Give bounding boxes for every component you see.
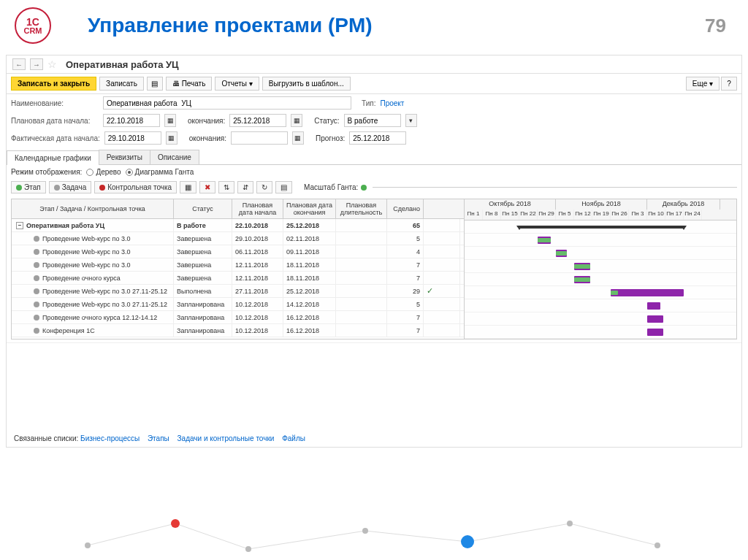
add-milestone-button[interactable]: Контрольная точка (94, 181, 177, 193)
dropdown-icon[interactable]: ▾ (405, 114, 417, 127)
table-row[interactable]: Проведение Web-курс по 3.0 27.11-25.12За… (12, 298, 464, 311)
fact-start-label: Фактическая дата начала: (11, 134, 100, 142)
link-processes[interactable]: Бизнес-процессы (80, 434, 140, 442)
back-button[interactable]: ← (12, 58, 26, 70)
task-dot-icon (34, 315, 39, 321)
tool-button[interactable]: ⇅ (218, 181, 234, 193)
logo-1c-crm: 1C CRM (15, 7, 51, 44)
gantt-row (465, 234, 736, 247)
table-row[interactable]: Проведение очного курсаЗавершена12.11.20… (12, 272, 464, 285)
gantt-bar[interactable] (574, 264, 590, 269)
gantt-bar[interactable] (538, 238, 551, 242)
gantt-day-header: Пн 26 (611, 210, 629, 220)
gantt-row (465, 299, 736, 312)
calendar-icon[interactable]: ▦ (166, 131, 178, 145)
scale-slider-handle[interactable] (361, 185, 367, 191)
type-label: Тип: (362, 99, 375, 107)
gantt-bar[interactable] (647, 329, 663, 336)
gantt-bar[interactable] (647, 315, 663, 323)
related-label: Связанные списки: (14, 434, 78, 442)
tab-calendar[interactable]: Календарные графики (7, 150, 99, 165)
cell-dur (336, 245, 387, 258)
star-icon[interactable]: ☆ (47, 58, 57, 70)
gantt-bar[interactable] (574, 277, 590, 282)
tab-desc[interactable]: Описание (150, 150, 199, 164)
table-row[interactable]: Проведение Web-курс по 3.0 27.11-25.12Вы… (12, 285, 464, 298)
add-task-button[interactable]: Задача (49, 181, 92, 193)
save-button[interactable]: Записать (99, 77, 144, 91)
print-button[interactable]: 🖶 Печать (166, 77, 213, 91)
export-button[interactable]: Выгрузить в шаблон... (262, 77, 351, 91)
link-tasks[interactable]: Задачи и контрольные точки (178, 434, 275, 442)
cell-done: 7 (387, 311, 424, 323)
table-row[interactable]: Проведение очного курса 12.12-14.12Запла… (12, 311, 464, 324)
expand-icon[interactable]: − (16, 222, 23, 229)
fact-end-input[interactable] (231, 131, 288, 145)
help-button[interactable]: ? (721, 77, 737, 91)
cell-dur (336, 232, 387, 245)
calendar-icon[interactable]: ▦ (291, 114, 302, 127)
main-toolbar: Записать и закрыть Записать ▤ 🖶 Печать О… (7, 74, 741, 94)
calendar-icon[interactable]: ▦ (164, 114, 176, 127)
col-end: Плановая дата окончания (283, 199, 336, 218)
empty-space (7, 342, 741, 430)
table-row[interactable]: Проведение Web-курс по 3.0Завершена29.10… (12, 232, 464, 245)
plan-start-input[interactable] (103, 114, 160, 127)
scale-slider-track[interactable] (373, 187, 737, 188)
gantt-row (465, 273, 736, 286)
radio-tree[interactable]: Дерево (86, 168, 121, 176)
more-button[interactable]: Еще ▾ (686, 77, 720, 91)
calendar-icon[interactable]: ▦ (292, 131, 304, 145)
cell-start: 12.11.2018 (232, 258, 283, 271)
type-link[interactable]: Проект (380, 99, 404, 107)
link-files[interactable]: Файлы (282, 434, 305, 442)
tab-props[interactable]: Реквизиты (99, 150, 150, 164)
slide-header: 1C CRM Управление проектами (PM) 79 (0, 0, 748, 55)
gantt-month-header: Октябрь 2018 (465, 199, 556, 210)
link-stages[interactable]: Этапы (148, 434, 169, 442)
gantt-day-header: Пн 17 (665, 210, 684, 220)
table-row[interactable]: Проведение Web-курс по 3.0Завершена12.11… (12, 258, 464, 272)
gantt-bar[interactable] (556, 251, 567, 256)
check-icon: ✓ (427, 286, 433, 296)
cell-task: Проведение Web-курс по 3.0 27.11-25.12 (12, 298, 174, 310)
plan-end-input[interactable] (229, 114, 286, 127)
tool-button[interactable]: ▦ (180, 181, 196, 193)
cell-end: 25.12.2018 (283, 285, 336, 297)
cell-task: Проведение очного курса 12.12-14.12 (12, 311, 174, 323)
name-input[interactable] (103, 96, 351, 110)
delete-button[interactable]: ✖ (199, 181, 215, 193)
svg-point-12 (654, 542, 660, 548)
radio-gantt[interactable]: Диаграмма Ганта (126, 168, 194, 176)
cell-task: Конференция 1С (12, 324, 174, 337)
cell-check (424, 245, 460, 258)
status-input[interactable] (344, 114, 401, 127)
cell-check (424, 324, 460, 337)
tool-button[interactable]: ▤ (275, 181, 292, 193)
gantt-row (465, 326, 736, 339)
table-row[interactable]: Конференция 1СЗапланирована10.12.201816.… (12, 324, 464, 337)
table-row[interactable]: −Оперативная работа УЦВ работе22.10.2018… (12, 219, 464, 232)
doc-icon-button[interactable]: ▤ (147, 77, 163, 91)
gantt-bar[interactable] (611, 291, 618, 295)
cell-dur (336, 219, 387, 231)
table-row[interactable]: Проведение Web-курс по 3.0Завершена06.11… (12, 245, 464, 258)
gantt-bar[interactable] (647, 302, 660, 310)
add-stage-button[interactable]: Этап (11, 181, 46, 193)
tool-button[interactable]: ⇵ (237, 181, 253, 193)
gantt-summary-bar[interactable] (519, 226, 684, 229)
forecast-input[interactable] (349, 131, 406, 145)
forward-button[interactable]: → (30, 58, 43, 70)
cell-done: 4 (387, 245, 424, 258)
refresh-button[interactable]: ↻ (256, 181, 272, 193)
cell-dur (336, 258, 387, 271)
save-close-button[interactable]: Записать и закрыть (11, 77, 96, 91)
gantt-bar[interactable] (611, 289, 684, 296)
cell-start: 22.10.2018 (232, 219, 283, 231)
status-label: Статус: (314, 117, 339, 125)
cell-check (424, 311, 460, 323)
reports-button[interactable]: Отчеты ▾ (215, 77, 259, 91)
fact-start-input[interactable] (104, 131, 161, 145)
cell-task: −Оперативная работа УЦ (12, 219, 174, 231)
mode-row: Режим отображения: Дерево Диаграмма Гант… (7, 165, 741, 179)
